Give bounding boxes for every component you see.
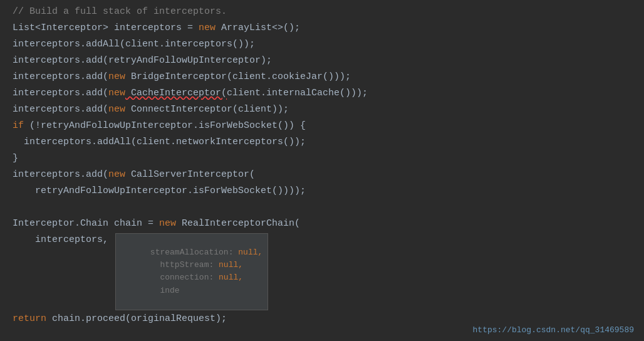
code-line-10: }	[0, 150, 644, 167]
code-text: }	[13, 151, 18, 165]
hint-connection-label: connection:	[150, 273, 219, 282]
code-line-9: interceptors.addAll(client.networkInterc…	[0, 134, 644, 150]
code-text: CallServerInterceptor(	[125, 167, 255, 182]
code-text: interceptors.add(	[13, 167, 108, 182]
interceptors-param: interceptors,	[13, 233, 114, 247]
code-line-12: retryAndFollowUpInterceptor.isForWebSock…	[0, 183, 644, 199]
code-text: ConnectInterceptor(client));	[125, 102, 289, 117]
hint-inde-text: inde	[150, 286, 180, 295]
hint-http-label: httpStream:	[150, 260, 219, 270]
empty-line	[0, 199, 644, 216]
keyword-new: new	[108, 102, 125, 117]
code-line-8: if (!retryAndFollowUpInterceptor.isForWe…	[0, 118, 644, 134]
code-text: interceptors.addAll(client.networkInterc…	[13, 135, 306, 149]
url-bar: https://blog.csdn.net/qq_31469589	[473, 325, 634, 335]
keyword-new: new	[159, 216, 176, 231]
code-text: retryAndFollowUpInterceptor.isForWebSock…	[13, 184, 306, 198]
code-text: interceptors.addAll(client.interceptors(…	[13, 37, 255, 51]
keyword-new: new	[199, 21, 216, 35]
code-text: interceptors.add(retryAndFollowUpInterce…	[13, 53, 272, 68]
code-text: (!retryAndFollowUpInterceptor.isForWebSo…	[24, 118, 306, 133]
code-line-6: interceptors.add(new CacheInterceptor(cl…	[0, 85, 644, 102]
code-text: BridgeInterceptor(client.cookieJar()));	[125, 70, 351, 84]
code-text: interceptors.add(	[13, 70, 108, 84]
code-text-cache: CacheInterceptor(	[125, 86, 227, 100]
hint-connection-value: null,	[219, 273, 243, 282]
url-text: https://blog.csdn.net/qq_31469589	[473, 325, 634, 335]
keyword-new: new	[108, 86, 125, 100]
code-editor: // Build a full stack of interceptors. L…	[0, 0, 644, 341]
code-line-4: interceptors.add(retryAndFollowUpInterce…	[0, 53, 644, 69]
code-line-1: // Build a full stack of interceptors.	[0, 4, 644, 20]
keyword-return: return	[13, 312, 46, 326]
code-line-15: interceptors, streamAllocation: null, ht…	[0, 232, 644, 311]
comment-text: // Build a full stack of interceptors.	[13, 4, 227, 19]
code-line-7: interceptors.add(new ConnectInterceptor(…	[0, 102, 644, 118]
code-text: Interceptor.Chain chain =	[13, 216, 159, 231]
code-text: RealInterceptorChain(	[176, 216, 300, 231]
code-line-2: List<Interceptor> interceptors = new Arr…	[0, 20, 644, 36]
code-line-11: interceptors.add(new CallServerIntercept…	[0, 167, 644, 183]
hint-stream-label: streamAllocation:	[150, 248, 238, 257]
keyword-new: new	[108, 167, 125, 182]
hint-stream-value: null,	[238, 248, 262, 257]
code-line-16: return chain.proceed(originalRequest);	[0, 311, 644, 327]
code-text: client.internalCache()));	[227, 86, 368, 100]
code-text: ArrayList<>();	[216, 21, 300, 35]
code-text: List<Interceptor> interceptors =	[13, 21, 199, 35]
code-line-5: interceptors.add(new BridgeInterceptor(c…	[0, 69, 644, 85]
code-line-14: Interceptor.Chain chain = new RealInterc…	[0, 216, 644, 232]
hint-http-value: null,	[219, 260, 243, 270]
code-line-3: interceptors.addAll(client.interceptors(…	[0, 36, 644, 53]
code-text: interceptors.add(	[13, 86, 108, 100]
code-text: chain.proceed(originalRequest);	[46, 312, 227, 326]
keyword-new: new	[108, 70, 125, 84]
code-text: interceptors.add(	[13, 102, 108, 117]
keyword-if: if	[13, 118, 24, 133]
